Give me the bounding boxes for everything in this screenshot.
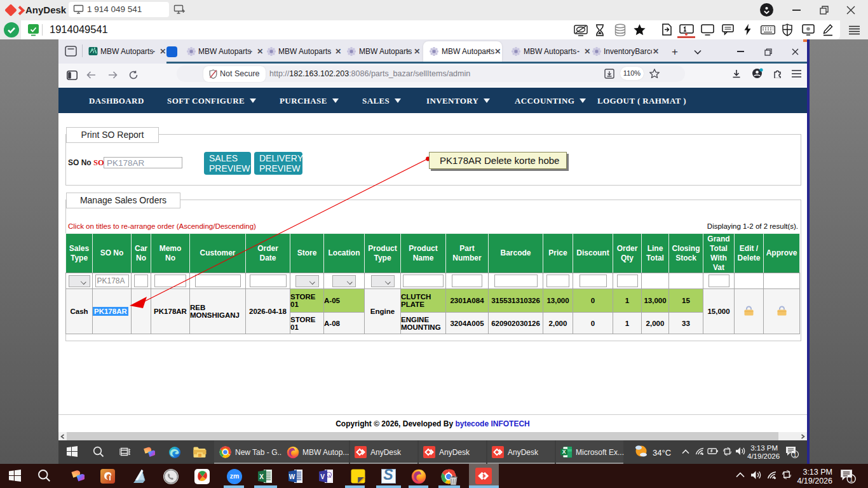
- svg-text:X: X: [562, 449, 566, 455]
- svg-text:X: X: [259, 473, 264, 480]
- svg-text:W: W: [289, 473, 295, 480]
- svg-text:1: 1: [850, 475, 853, 483]
- svg-text:1: 1: [793, 452, 796, 458]
- svg-text:V: V: [320, 473, 325, 480]
